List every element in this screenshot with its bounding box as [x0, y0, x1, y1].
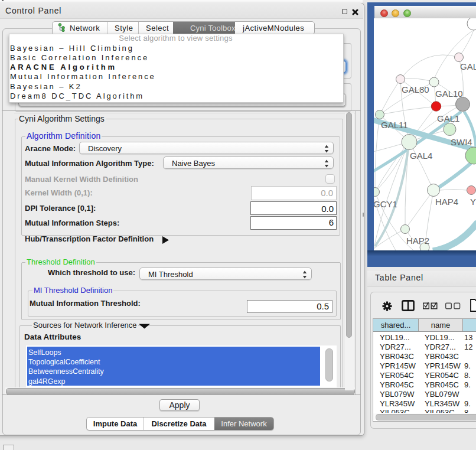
svg-text:GAL80: GAL80	[402, 84, 429, 94]
svg-text:GAL1: GAL1	[437, 113, 459, 123]
svg-text:HAP2: HAP2	[406, 236, 429, 246]
svg-text:GAL11: GAL11	[381, 120, 408, 130]
svg-text:GCY1: GCY1	[374, 199, 397, 209]
svg-text:HAP4: HAP4	[435, 197, 458, 207]
svg-text:SWI4: SWI4	[451, 137, 472, 147]
svg-text:Y: Y	[470, 197, 476, 207]
svg-text:GAL: GAL	[460, 61, 476, 71]
svg-text:GAL4: GAL4	[410, 151, 432, 161]
svg-text:GAL10: GAL10	[435, 89, 463, 99]
